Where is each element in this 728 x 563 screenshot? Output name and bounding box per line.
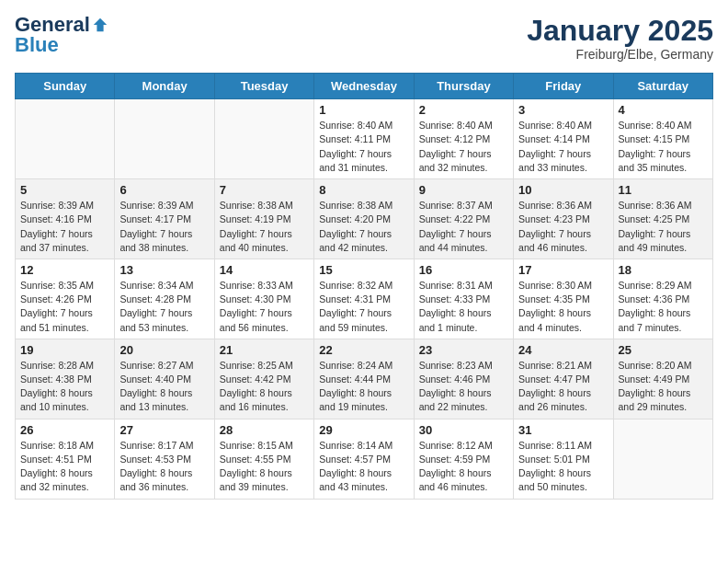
day-info: Sunrise: 8:15 AM Sunset: 4:55 PM Dayligh…	[220, 439, 309, 495]
calendar-day-cell: 10Sunrise: 8:36 AM Sunset: 4:23 PM Dayli…	[514, 179, 613, 259]
calendar-week-row: 1Sunrise: 8:40 AM Sunset: 4:11 PM Daylig…	[16, 99, 713, 179]
day-info: Sunrise: 8:17 AM Sunset: 4:53 PM Dayligh…	[119, 439, 209, 495]
weekday-header-monday: Monday	[115, 74, 214, 99]
calendar-day-cell	[613, 419, 712, 499]
day-number: 21	[220, 343, 309, 357]
svg-marker-0	[94, 18, 107, 31]
calendar-day-cell: 6Sunrise: 8:39 AM Sunset: 4:17 PM Daylig…	[115, 179, 214, 259]
day-number: 22	[319, 343, 408, 357]
calendar-day-cell: 2Sunrise: 8:40 AM Sunset: 4:12 PM Daylig…	[414, 99, 513, 179]
day-info: Sunrise: 8:37 AM Sunset: 4:22 PM Dayligh…	[419, 199, 508, 255]
day-number: 25	[619, 343, 708, 357]
location: Freiburg/Elbe, Germany	[527, 47, 713, 62]
calendar-day-cell: 12Sunrise: 8:35 AM Sunset: 4:26 PM Dayli…	[16, 259, 115, 339]
calendar-day-cell: 31Sunrise: 8:11 AM Sunset: 5:01 PM Dayli…	[514, 419, 613, 499]
calendar-day-cell: 4Sunrise: 8:40 AM Sunset: 4:15 PM Daylig…	[613, 99, 712, 179]
logo-blue-text: Blue	[15, 35, 59, 55]
calendar-week-row: 19Sunrise: 8:28 AM Sunset: 4:38 PM Dayli…	[16, 339, 713, 419]
day-number: 16	[419, 263, 508, 277]
calendar-day-cell: 26Sunrise: 8:18 AM Sunset: 4:51 PM Dayli…	[16, 419, 115, 499]
day-info: Sunrise: 8:32 AM Sunset: 4:31 PM Dayligh…	[319, 279, 408, 335]
calendar-day-cell: 13Sunrise: 8:34 AM Sunset: 4:28 PM Dayli…	[115, 259, 214, 339]
day-number: 5	[20, 183, 109, 197]
day-number: 31	[518, 423, 608, 437]
calendar-week-row: 5Sunrise: 8:39 AM Sunset: 4:16 PM Daylig…	[16, 179, 713, 259]
day-info: Sunrise: 8:35 AM Sunset: 4:26 PM Dayligh…	[20, 279, 109, 335]
calendar-day-cell: 9Sunrise: 8:37 AM Sunset: 4:22 PM Daylig…	[414, 179, 513, 259]
day-info: Sunrise: 8:12 AM Sunset: 4:59 PM Dayligh…	[419, 439, 508, 495]
day-info: Sunrise: 8:20 AM Sunset: 4:49 PM Dayligh…	[619, 359, 708, 415]
calendar-week-row: 26Sunrise: 8:18 AM Sunset: 4:51 PM Dayli…	[16, 419, 713, 499]
day-number: 12	[20, 263, 109, 277]
calendar-day-cell: 3Sunrise: 8:40 AM Sunset: 4:14 PM Daylig…	[514, 99, 613, 179]
logo-general: General	[15, 15, 90, 35]
calendar-day-cell: 11Sunrise: 8:36 AM Sunset: 4:25 PM Dayli…	[613, 179, 712, 259]
month-title: January 2025	[527, 15, 713, 47]
day-number: 2	[419, 103, 508, 117]
calendar-day-cell: 19Sunrise: 8:28 AM Sunset: 4:38 PM Dayli…	[16, 339, 115, 419]
day-number: 6	[119, 183, 209, 197]
day-info: Sunrise: 8:33 AM Sunset: 4:30 PM Dayligh…	[220, 279, 309, 335]
day-number: 17	[518, 263, 608, 277]
day-info: Sunrise: 8:38 AM Sunset: 4:20 PM Dayligh…	[319, 199, 408, 255]
calendar-week-row: 12Sunrise: 8:35 AM Sunset: 4:26 PM Dayli…	[16, 259, 713, 339]
day-number: 7	[220, 183, 309, 197]
day-number: 30	[419, 423, 508, 437]
day-info: Sunrise: 8:25 AM Sunset: 4:42 PM Dayligh…	[220, 359, 309, 415]
calendar-day-cell: 1Sunrise: 8:40 AM Sunset: 4:11 PM Daylig…	[314, 99, 414, 179]
day-number: 15	[319, 263, 408, 277]
weekday-header-thursday: Thursday	[414, 74, 513, 99]
calendar-day-cell: 28Sunrise: 8:15 AM Sunset: 4:55 PM Dayli…	[214, 419, 313, 499]
day-number: 18	[619, 263, 708, 277]
day-info: Sunrise: 8:31 AM Sunset: 4:33 PM Dayligh…	[419, 279, 508, 335]
day-info: Sunrise: 8:21 AM Sunset: 4:47 PM Dayligh…	[518, 359, 608, 415]
day-info: Sunrise: 8:23 AM Sunset: 4:46 PM Dayligh…	[419, 359, 508, 415]
day-info: Sunrise: 8:30 AM Sunset: 4:35 PM Dayligh…	[518, 279, 608, 335]
day-info: Sunrise: 8:24 AM Sunset: 4:44 PM Dayligh…	[319, 359, 408, 415]
day-number: 8	[319, 183, 408, 197]
day-number: 19	[20, 343, 109, 357]
weekday-header-row: SundayMondayTuesdayWednesdayThursdayFrid…	[16, 74, 713, 99]
page-header: General Blue January 2025 Freiburg/Elbe,…	[15, 15, 713, 62]
calendar-day-cell	[214, 99, 313, 179]
day-number: 10	[518, 183, 608, 197]
weekday-header-tuesday: Tuesday	[214, 74, 313, 99]
day-number: 20	[119, 343, 209, 357]
day-info: Sunrise: 8:40 AM Sunset: 4:14 PM Dayligh…	[518, 119, 608, 175]
logo: General Blue	[15, 15, 108, 55]
day-info: Sunrise: 8:11 AM Sunset: 5:01 PM Dayligh…	[518, 439, 608, 495]
calendar-day-cell: 17Sunrise: 8:30 AM Sunset: 4:35 PM Dayli…	[514, 259, 613, 339]
day-number: 13	[119, 263, 209, 277]
calendar-day-cell	[16, 99, 115, 179]
calendar-day-cell: 16Sunrise: 8:31 AM Sunset: 4:33 PM Dayli…	[414, 259, 513, 339]
day-info: Sunrise: 8:36 AM Sunset: 4:25 PM Dayligh…	[619, 199, 708, 255]
day-info: Sunrise: 8:29 AM Sunset: 4:36 PM Dayligh…	[619, 279, 708, 335]
calendar-day-cell	[115, 99, 214, 179]
day-info: Sunrise: 8:27 AM Sunset: 4:40 PM Dayligh…	[119, 359, 209, 415]
day-number: 23	[419, 343, 508, 357]
day-info: Sunrise: 8:39 AM Sunset: 4:16 PM Dayligh…	[20, 199, 109, 255]
day-info: Sunrise: 8:38 AM Sunset: 4:19 PM Dayligh…	[220, 199, 309, 255]
day-number: 11	[619, 183, 708, 197]
calendar-day-cell: 5Sunrise: 8:39 AM Sunset: 4:16 PM Daylig…	[16, 179, 115, 259]
day-number: 14	[220, 263, 309, 277]
calendar-day-cell: 15Sunrise: 8:32 AM Sunset: 4:31 PM Dayli…	[314, 259, 414, 339]
day-number: 4	[619, 103, 708, 117]
calendar-day-cell: 24Sunrise: 8:21 AM Sunset: 4:47 PM Dayli…	[514, 339, 613, 419]
calendar-day-cell: 23Sunrise: 8:23 AM Sunset: 4:46 PM Dayli…	[414, 339, 513, 419]
calendar-day-cell: 25Sunrise: 8:20 AM Sunset: 4:49 PM Dayli…	[613, 339, 712, 419]
calendar-day-cell: 21Sunrise: 8:25 AM Sunset: 4:42 PM Dayli…	[214, 339, 313, 419]
calendar-day-cell: 29Sunrise: 8:14 AM Sunset: 4:57 PM Dayli…	[314, 419, 414, 499]
logo-icon	[92, 17, 108, 33]
day-info: Sunrise: 8:39 AM Sunset: 4:17 PM Dayligh…	[119, 199, 209, 255]
calendar-day-cell: 27Sunrise: 8:17 AM Sunset: 4:53 PM Dayli…	[115, 419, 214, 499]
day-number: 9	[419, 183, 508, 197]
title-block: January 2025 Freiburg/Elbe, Germany	[527, 15, 713, 62]
calendar-day-cell: 18Sunrise: 8:29 AM Sunset: 4:36 PM Dayli…	[613, 259, 712, 339]
day-number: 1	[319, 103, 408, 117]
calendar-day-cell: 30Sunrise: 8:12 AM Sunset: 4:59 PM Dayli…	[414, 419, 513, 499]
day-info: Sunrise: 8:28 AM Sunset: 4:38 PM Dayligh…	[20, 359, 109, 415]
day-info: Sunrise: 8:36 AM Sunset: 4:23 PM Dayligh…	[518, 199, 608, 255]
weekday-header-saturday: Saturday	[613, 74, 712, 99]
calendar-day-cell: 7Sunrise: 8:38 AM Sunset: 4:19 PM Daylig…	[214, 179, 313, 259]
